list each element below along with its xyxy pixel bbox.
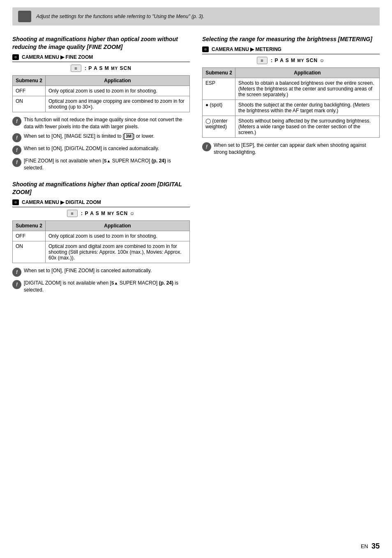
fine-zoom-note-1-text: This function will not reduce the image … [24,116,190,130]
note-icon [12,268,21,277]
page: Adjust the settings for the functions wh… [0,0,392,558]
right-column: Selecting the range for measuring the br… [202,35,380,296]
fine-zoom-table: Submenu 2 Application OFF Only optical z… [12,75,190,112]
digital-zoom-col-application: Application [46,220,190,231]
fine-zoom-on-submenu: ON [13,96,46,112]
metering-modes: ≡ : P A S M MY SCN ☺ [202,57,380,64]
digital-zoom-note-1-text: When set to [ON], [FINE ZOOM] is cancele… [24,267,190,274]
digital-zoom-off-submenu: OFF [13,231,46,241]
digital-zoom-note-2: [DIGITAL ZOOM] is not available when [S▲… [12,280,190,294]
fine-zoom-title: Shooting at magnifications higher than o… [12,35,190,51]
fine-zoom-on-app: Optical zoom and image cropping are comb… [46,96,190,112]
digital-zoom-off-app: Only optical zoom is used to zoom in for… [46,231,190,241]
table-row: ESP Shoots to obtain a balanced brightne… [203,78,380,100]
digital-zoom-menu-text: CAMERA MENU ▶ DIGITAL ZOOM [22,199,101,205]
digital-zoom-table: Submenu 2 Application OFF Only optical z… [12,220,190,263]
page-footer: EN 35 [361,542,380,551]
digital-zoom-modes: ≡ : P A S M MY SCN ☺ [12,210,190,217]
digital-zoom-on-submenu: ON [13,241,46,263]
metering-menu-text: CAMERA MENU ▶ METERING [212,46,281,52]
fine-zoom-note-2: When set to [ON], [IMAGE SIZE] is limite… [12,133,190,142]
metering-menu-path: CAMERA MENU ▶ METERING [202,46,380,54]
metering-table: Submenu 2 Application ESP Shoots to obta… [202,67,380,138]
digital-zoom-menu-path: CAMERA MENU ▶ DIGITAL ZOOM [12,199,190,207]
top-banner: Adjust the settings for the functions wh… [12,7,380,25]
fine-zoom-section: Shooting at magnifications higher than o… [12,35,190,171]
table-row: ● (spot) Shoots the subject at the cente… [203,100,380,116]
banner-text: Adjust the settings for the functions wh… [36,14,204,19]
fine-zoom-note-4: [FINE ZOOM] is not available when [S▲ SU… [12,157,190,171]
fine-zoom-mode-text: : P A S M MY SCN [85,65,131,71]
fine-zoom-col-application: Application [46,75,190,86]
fine-zoom-off-submenu: OFF [13,86,46,96]
metering-mode-text: : P A S M MY SCN ☺ [271,58,325,63]
keyboard-icon-2: ≡ [67,210,77,217]
metering-esp-app: Shoots to obtain a balanced brightness o… [235,78,380,100]
fine-zoom-modes: ≡ : P A S M MY SCN [12,65,190,72]
metering-center-app: Shoots without being affected by the sur… [235,116,380,137]
note-icon [202,142,211,151]
note-icon [12,146,21,155]
note-icon [12,158,21,167]
fine-zoom-note-3-text: When set to [ON], [DIGITAL ZOOM] is canc… [24,145,190,152]
metering-col-submenu: Submenu 2 [203,67,235,78]
metering-spot-app: Shoots the subject at the center during … [235,100,380,116]
metering-note-1-text: When set to [ESP], the center can appear… [214,142,380,156]
fine-zoom-note-2-text: When set to [ON], [IMAGE SIZE] is limite… [24,133,190,140]
table-row: OFF Only optical zoom is used to zoom in… [13,86,190,96]
camera-icon-small-3 [202,46,209,52]
table-row: ON Optical zoom and image cropping are c… [13,96,190,112]
digital-zoom-section: Shooting at magnifications higher than o… [12,181,190,293]
digital-zoom-title: Shooting at magnifications higher than o… [12,181,190,196]
note-icon [12,133,21,142]
fine-zoom-note-3: When set to [ON], [DIGITAL ZOOM] is canc… [12,145,190,155]
metering-col-application: Application [235,67,380,78]
table-row: ◯ (center weighted) Shoots without being… [203,116,380,137]
note-icon [12,117,21,126]
camera-icon-small [12,54,19,60]
metering-esp-submenu: ESP [203,78,235,100]
content-area: Shooting at magnifications higher than o… [12,35,380,296]
fine-zoom-note-4-text: [FINE ZOOM] is not available when [S▲ SU… [24,157,190,171]
metering-center-submenu: ◯ (center weighted) [203,116,235,137]
metering-title: Selecting the range for measuring the br… [202,35,380,43]
fine-zoom-col-submenu: Submenu 2 [13,75,46,86]
metering-section: Selecting the range for measuring the br… [202,35,380,155]
camera-icon-small-2 [12,199,19,205]
table-row: OFF Only optical zoom is used to zoom in… [13,231,190,241]
en-label: EN [361,543,368,549]
metering-spot-submenu: ● (spot) [203,100,235,116]
digital-zoom-mode-text: : P A S M MY SCN ☺ [81,211,135,216]
keyboard-icon-3: ≡ [257,57,267,64]
fine-zoom-menu-text: CAMERA MENU ▶ FINE ZOOM [22,54,93,60]
digital-zoom-note-1: When set to [ON], [FINE ZOOM] is cancele… [12,267,190,277]
fine-zoom-menu-path: CAMERA MENU ▶ FINE ZOOM [12,54,190,62]
digital-zoom-on-app: Optical zoom and digital zoom are combin… [46,241,190,263]
note-icon [12,280,21,289]
page-number: 35 [371,542,380,551]
fine-zoom-note-1: This function will not reduce the image … [12,116,190,130]
keyboard-icon: ≡ [71,65,81,72]
digital-zoom-note-2-text: [DIGITAL ZOOM] is not available when [S▲… [24,280,190,294]
fine-zoom-off-app: Only optical zoom is used to zoom in for… [46,86,190,96]
digital-zoom-col-submenu: Submenu 2 [13,220,46,231]
metering-note-1: When set to [ESP], the center can appear… [202,142,380,156]
camera-icon [18,11,31,22]
table-row: ON Optical zoom and digital zoom are com… [13,241,190,263]
left-column: Shooting at magnifications higher than o… [12,35,190,296]
